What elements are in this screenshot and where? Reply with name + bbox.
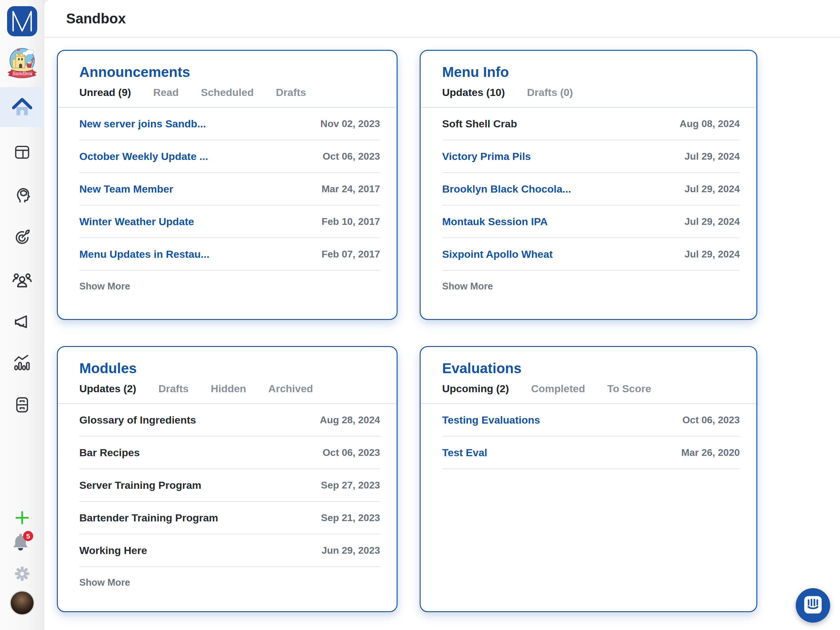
- item-title-link[interactable]: Montauk Session IPA: [442, 216, 548, 228]
- intercom-icon: [802, 594, 823, 616]
- item-date: Oct 06, 2023: [322, 447, 380, 458]
- item-date: Jul 29, 2024: [684, 184, 740, 195]
- home-icon: [11, 96, 33, 118]
- user-profile-button[interactable]: [0, 590, 44, 615]
- m-logo-icon: [7, 6, 37, 38]
- tab-read[interactable]: Read: [153, 86, 178, 98]
- notification-badge: 5: [26, 532, 30, 540]
- tab-to-score[interactable]: To Score: [607, 383, 651, 395]
- item-date: Feb 07, 2017: [322, 249, 380, 260]
- tab-archived[interactable]: Archived: [268, 383, 313, 395]
- main-content: Sandbox Announcements Unread (9)ReadSche…: [44, 0, 840, 630]
- list-item: Soft Shell CrabAug 08, 2024: [442, 108, 740, 140]
- tab-unread-9[interactable]: Unread (9): [79, 86, 131, 98]
- sidebar-item-home[interactable]: [0, 87, 44, 127]
- drawer-icon: [13, 396, 31, 415]
- target-dart-icon: [13, 228, 32, 247]
- item-date: Mar 26, 2020: [681, 447, 740, 458]
- sidebar-item-knowledge[interactable]: [0, 185, 44, 205]
- tab-updates-10[interactable]: Updates (10): [442, 86, 505, 98]
- card-tabs: Upcoming (2)CompletedTo Score: [442, 383, 739, 403]
- item-title-link[interactable]: Test Eval: [442, 446, 487, 459]
- notifications-button[interactable]: 5: [0, 530, 44, 557]
- item-title: Server Training Program: [79, 479, 201, 491]
- sidebar-item-analytics[interactable]: [0, 355, 44, 373]
- item-date: Feb 10, 2017: [322, 216, 380, 227]
- bell-icon: 5: [9, 529, 35, 557]
- sandcastle-icon: Sandbox: [5, 45, 39, 83]
- item-title-link[interactable]: Victory Prima Pils: [442, 150, 531, 162]
- tab-scheduled[interactable]: Scheduled: [201, 86, 254, 98]
- list-item: Brooklyn Black Chocola...Jul 29, 2024: [442, 173, 740, 206]
- show-more-button[interactable]: Show More: [442, 271, 740, 302]
- app-logo[interactable]: [0, 7, 44, 37]
- item-title-link[interactable]: New server joins Sandb...: [79, 118, 206, 130]
- item-title-link[interactable]: Winter Weather Update: [79, 216, 194, 228]
- card-list: New server joins Sandb...Nov 02, 2023Oct…: [58, 108, 396, 319]
- item-title-link[interactable]: Testing Evaluations: [442, 414, 540, 426]
- list-item: Bar RecipesOct 06, 2023: [79, 437, 380, 469]
- sidebar-item-team[interactable]: [0, 269, 44, 290]
- megaphone-icon: [13, 312, 32, 332]
- item-title-link[interactable]: Brooklyn Black Chocola...: [442, 183, 571, 195]
- tab-drafts[interactable]: Drafts: [276, 86, 306, 98]
- list-item: Sixpoint Apollo WheatJul 29, 2024: [442, 238, 740, 271]
- card-title: Evaluations: [442, 360, 739, 377]
- chart-trend-icon: [13, 354, 31, 373]
- list-item: Working HereJun 29, 2023: [79, 534, 380, 567]
- tab-drafts[interactable]: Drafts: [158, 383, 188, 395]
- show-more-button[interactable]: Show More: [79, 271, 380, 302]
- sidebar-item-resources[interactable]: [0, 396, 44, 415]
- intercom-chat-button[interactable]: [796, 588, 830, 623]
- tab-drafts-0[interactable]: Drafts (0): [527, 86, 573, 98]
- add-button[interactable]: [0, 509, 44, 527]
- item-date: Sep 21, 2023: [321, 512, 380, 524]
- team-icon: [12, 269, 32, 290]
- item-title: Bartender Training Program: [79, 512, 218, 524]
- show-more-button[interactable]: Show More: [79, 567, 380, 598]
- item-title: Working Here: [79, 545, 147, 557]
- list-item: Test EvalMar 26, 2020: [442, 437, 740, 469]
- item-date: Jul 29, 2024: [684, 249, 740, 260]
- list-item: Montauk Session IPAJul 29, 2024: [442, 206, 740, 238]
- tab-updates-2[interactable]: Updates (2): [79, 383, 136, 395]
- list-item: Winter Weather UpdateFeb 10, 2017: [79, 206, 380, 238]
- plus-icon: [14, 509, 31, 527]
- list-item: Bartender Training ProgramSep 21, 2023: [79, 502, 380, 534]
- list-item: New Team MemberMar 24, 2017: [79, 173, 380, 206]
- modules-card: Modules Updates (2)DraftsHiddenArchived …: [57, 346, 398, 612]
- item-date: Aug 08, 2024: [679, 118, 740, 130]
- item-date: Sep 27, 2023: [321, 480, 380, 491]
- card-tabs: Updates (2)DraftsHiddenArchived: [79, 383, 379, 403]
- sidebar-item-announcements[interactable]: [0, 313, 44, 332]
- item-title-link[interactable]: Sixpoint Apollo Wheat: [442, 248, 553, 260]
- tab-completed[interactable]: Completed: [531, 383, 585, 395]
- list-item: Testing EvaluationsOct 06, 2023: [442, 404, 740, 437]
- item-date: Oct 06, 2023: [682, 414, 740, 426]
- item-date: Jul 29, 2024: [684, 216, 740, 227]
- evaluations-card: Evaluations Upcoming (2)CompletedTo Scor…: [420, 346, 757, 612]
- sidebar-item-layout[interactable]: [0, 143, 44, 163]
- settings-button[interactable]: [0, 565, 44, 584]
- gear-icon: [13, 565, 32, 584]
- tab-upcoming-2[interactable]: Upcoming (2): [442, 383, 509, 395]
- card-list: Soft Shell CrabAug 08, 2024Victory Prima…: [421, 108, 756, 319]
- menu-info-card: Menu Info Updates (10)Drafts (0) Soft Sh…: [420, 50, 757, 320]
- app-root: Sandbox: [0, 0, 840, 630]
- page-header: Sandbox: [44, 0, 840, 38]
- item-date: Oct 06, 2023: [322, 151, 380, 162]
- list-item: Victory Prima PilsJul 29, 2024: [442, 140, 740, 173]
- item-title-link[interactable]: New Team Member: [79, 183, 173, 195]
- list-item: Glossary of IngredientsAug 28, 2024: [79, 404, 380, 437]
- card-list: Glossary of IngredientsAug 28, 2024Bar R…: [58, 404, 396, 611]
- workspace-logo[interactable]: Sandbox: [0, 46, 44, 82]
- sidebar: Sandbox: [0, 0, 44, 630]
- tab-hidden[interactable]: Hidden: [211, 383, 246, 395]
- sidebar-item-goals[interactable]: [0, 228, 44, 247]
- list-item: New server joins Sandb...Nov 02, 2023: [79, 108, 380, 140]
- list-item: Menu Updates in Restau...Feb 07, 2017: [79, 238, 380, 271]
- item-title-link[interactable]: October Weekly Update ...: [79, 150, 208, 162]
- item-title-link[interactable]: Menu Updates in Restau...: [79, 248, 209, 260]
- card-list: Testing EvaluationsOct 06, 2023Test Eval…: [421, 404, 756, 611]
- card-title: Menu Info: [442, 64, 739, 80]
